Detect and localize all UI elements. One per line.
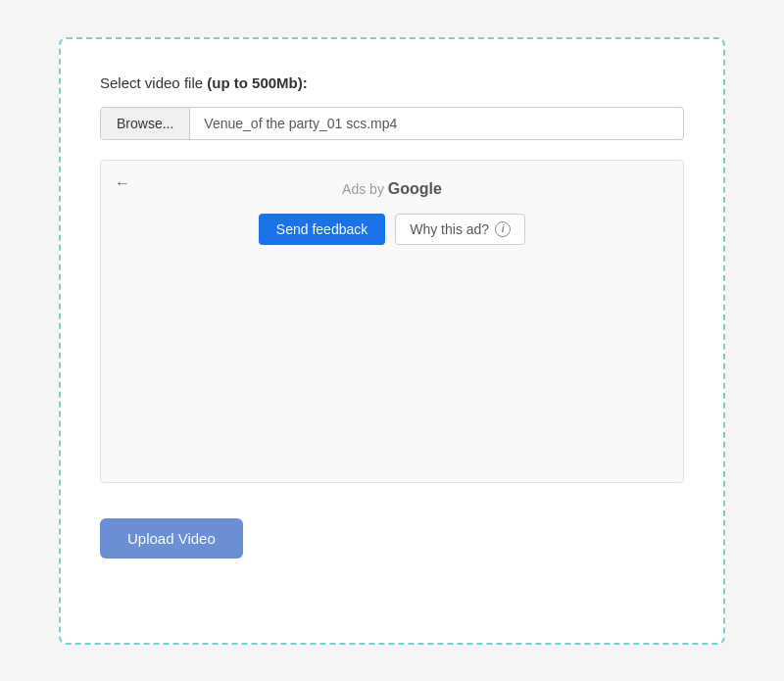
ads-by-text: Ads by bbox=[342, 181, 388, 197]
section-label-text: Select video file bbox=[100, 74, 207, 91]
section-label: Select video file (up to 500Mb): bbox=[100, 74, 684, 91]
back-arrow-icon[interactable]: ← bbox=[115, 174, 130, 192]
why-this-ad-button[interactable]: Why this ad? i bbox=[395, 214, 525, 245]
section-label-bold: (up to 500Mb): bbox=[207, 74, 308, 91]
why-this-ad-label: Why this ad? bbox=[410, 221, 489, 237]
browse-button[interactable]: Browse... bbox=[101, 108, 190, 139]
google-brand-text: Google bbox=[388, 180, 442, 197]
info-icon: i bbox=[495, 221, 511, 237]
file-name-display: Venue_of the party_01 scs.mp4 bbox=[190, 108, 683, 139]
ads-by-google-header: Ads by Google bbox=[121, 180, 663, 198]
file-input-row: Browse... Venue_of the party_01 scs.mp4 bbox=[100, 107, 684, 140]
send-feedback-button[interactable]: Send feedback bbox=[259, 214, 385, 245]
ad-container: ← Ads by Google Send feedback Why this a… bbox=[100, 160, 684, 483]
ad-actions-row: Send feedback Why this ad? i bbox=[121, 214, 663, 245]
main-card: Select video file (up to 500Mb): Browse.… bbox=[59, 37, 725, 645]
upload-video-button[interactable]: Upload Video bbox=[100, 518, 243, 559]
